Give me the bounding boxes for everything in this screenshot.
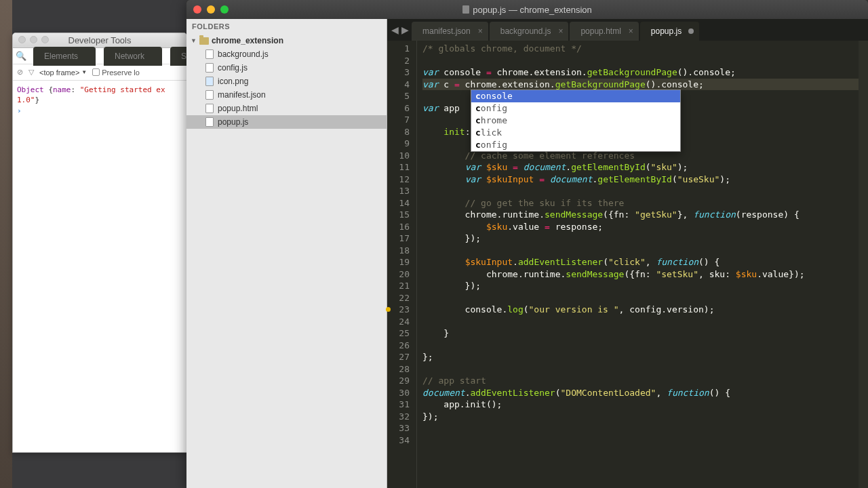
code-token: /* globals chrome, document */ xyxy=(422,43,582,54)
tab-manifest-json[interactable]: manifest.json × xyxy=(412,22,488,41)
autocomplete-item[interactable]: config xyxy=(471,102,680,115)
sidebar-file-background-js[interactable]: background.js xyxy=(186,47,387,61)
sidebar-file-manifest-json[interactable]: manifest.json xyxy=(186,88,387,102)
code-token: response; xyxy=(550,222,603,232)
code-token: document xyxy=(524,162,566,172)
devtools-toolbar: ⊘ ▽ <top frame> ▼ Preserve lo xyxy=(13,64,186,81)
tab-background-js[interactable]: background.js × xyxy=(490,22,569,41)
devtools-zoom-button[interactable] xyxy=(41,36,49,43)
frame-selector[interactable]: <top frame> ▼ xyxy=(39,68,87,77)
code-token xyxy=(422,162,465,172)
filter-icon[interactable]: ▽ xyxy=(28,68,34,77)
code-token: "our version is " xyxy=(529,304,619,314)
code-token: } xyxy=(422,328,449,338)
window-zoom-button[interactable] xyxy=(220,5,229,14)
sublime-window: popup.js — chrome_extension FOLDERS ▼ ch… xyxy=(186,0,868,488)
code-token: "setSku" xyxy=(656,269,698,279)
code-token: = xyxy=(486,67,492,77)
tab-close-icon[interactable]: × xyxy=(558,26,563,36)
code-token: chrome.runtime. xyxy=(422,269,566,279)
search-icon[interactable]: 🔍 xyxy=(16,51,26,61)
window-title: popup.js — chrome_extension xyxy=(186,5,868,15)
code-token: . xyxy=(513,257,518,267)
code-token: document xyxy=(422,388,465,398)
code-token: ().console; xyxy=(677,67,736,77)
sidebar-file-popup-html[interactable]: popup.html xyxy=(186,102,387,115)
code-token: getElementById xyxy=(597,174,672,184)
tab-popup-html[interactable]: popup.html × xyxy=(570,22,638,41)
code-token: console. xyxy=(422,304,507,314)
code-token: }); xyxy=(422,233,481,243)
tab-close-icon[interactable]: × xyxy=(478,26,483,36)
autocomplete-popup[interactable]: console config chrome click config xyxy=(471,89,681,152)
code-token: "DOMContentLoaded" xyxy=(561,388,656,398)
autocomplete-item[interactable]: click xyxy=(471,127,680,139)
tab-nav-back-icon[interactable]: ◀ xyxy=(391,24,399,35)
sidebar-file-popup-js[interactable]: popup.js xyxy=(186,115,387,129)
window-title-text: popup.js — chrome_extension xyxy=(473,5,592,15)
devtools-tab-sources[interactable]: Sources xyxy=(170,47,187,66)
devtools-tab-elements[interactable]: Elements xyxy=(33,47,96,66)
code-area[interactable]: 1234567891011121314151617181920212223242… xyxy=(387,41,868,488)
console-prompt-line[interactable]: › xyxy=(17,106,182,116)
gutter: 1234567891011121314151617181920212223242… xyxy=(387,41,417,488)
disclosure-triangle-icon[interactable]: ▼ xyxy=(191,37,197,44)
folder-icon xyxy=(199,37,209,45)
code-token: .value xyxy=(507,222,545,232)
code-token: getBackgroundPage xyxy=(555,79,646,89)
tab-close-icon[interactable]: × xyxy=(629,26,633,36)
code-token: getElementById xyxy=(571,162,646,172)
devtools-tab-network[interactable]: Network xyxy=(104,47,162,66)
code-token: ( xyxy=(646,162,651,172)
tab-popup-js[interactable]: popup.js xyxy=(640,22,699,41)
code-token: function xyxy=(667,388,709,398)
sublime-titlebar[interactable]: popup.js — chrome_extension xyxy=(186,0,868,19)
window-close-button[interactable] xyxy=(193,5,201,14)
code-token: app xyxy=(438,103,465,113)
code-content[interactable]: /* globals chrome, document */ var conso… xyxy=(417,41,868,488)
console-line: 1.0"} xyxy=(17,95,182,105)
clear-console-icon[interactable]: ⊘ xyxy=(17,68,23,77)
code-token: () { xyxy=(698,257,719,267)
autocomplete-item[interactable]: chrome xyxy=(471,115,680,127)
sidebar: FOLDERS ▼ chrome_extension background.js… xyxy=(186,19,387,488)
code-token xyxy=(507,162,513,172)
chevron-down-icon: ▼ xyxy=(81,69,87,75)
file-icon xyxy=(205,117,214,127)
console-key: name xyxy=(53,85,71,94)
code-token: ({fn: xyxy=(624,269,656,279)
minimap[interactable] xyxy=(859,41,868,488)
image-file-icon xyxy=(205,77,214,86)
code-token: function xyxy=(693,209,736,220)
preserve-log-checkbox[interactable]: Preserve lo xyxy=(92,68,140,77)
file-label: popup.html xyxy=(218,104,258,113)
code-token: }); xyxy=(422,411,438,422)
sidebar-file-config-js[interactable]: config.js xyxy=(186,61,387,75)
code-token: , sku: xyxy=(698,269,736,279)
tab-nav-forward-icon[interactable]: ▶ xyxy=(401,24,409,35)
tabbar: ◀ ▶ manifest.json × background.js × popu… xyxy=(387,19,868,41)
devtools-tabbar: 🔍 Elements Network Sources Timel xyxy=(13,48,186,64)
code-token: "click" xyxy=(608,257,646,267)
console-output[interactable]: Object {name: "Getting started ex 1.0"} … xyxy=(13,81,186,120)
tab-label: popup.html xyxy=(580,26,620,36)
sidebar-file-icon-png[interactable]: icon.png xyxy=(186,75,387,88)
code-token xyxy=(481,162,486,172)
autocomplete-item[interactable]: config xyxy=(471,139,680,151)
preserve-log-label: Preserve lo xyxy=(102,68,140,77)
file-label: popup.js xyxy=(218,117,248,127)
devtools-titlebar[interactable]: Developer Tools xyxy=(13,33,186,48)
window-minimize-button[interactable] xyxy=(207,5,215,14)
sidebar-folder[interactable]: ▼ chrome_extension xyxy=(186,34,387,47)
autocomplete-item[interactable]: console xyxy=(471,90,680,102)
console-object-label: Object xyxy=(17,85,44,94)
code-token: document xyxy=(550,174,593,184)
frame-selector-label: <top frame> xyxy=(39,68,79,77)
code-token xyxy=(481,174,486,184)
devtools-minimize-button[interactable] xyxy=(30,36,37,43)
code-token: }, xyxy=(677,209,693,220)
devtools-close-button[interactable] xyxy=(18,36,26,43)
devtools-window: Developer Tools 🔍 Elements Network Sourc… xyxy=(12,33,187,453)
traffic-lights xyxy=(193,5,229,14)
code-token: $sku xyxy=(486,222,507,232)
